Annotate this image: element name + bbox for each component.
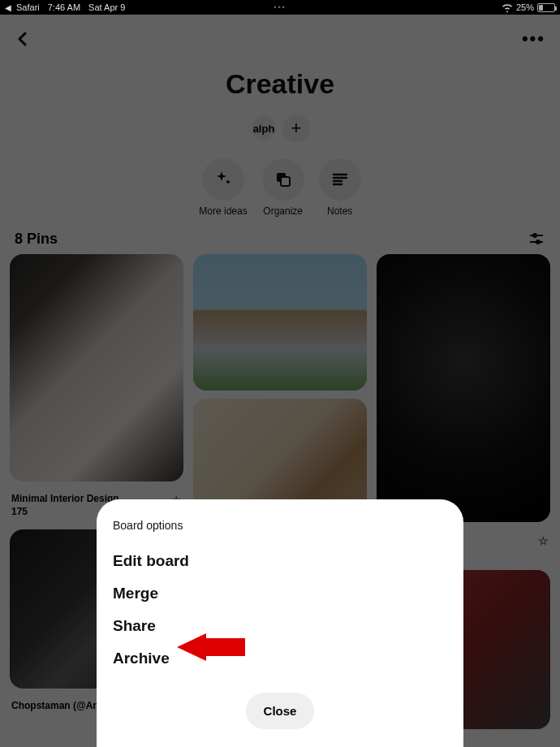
close-button[interactable]: Close — [246, 693, 315, 729]
edit-board-option[interactable]: Edit board — [110, 545, 450, 577]
ios-status-bar: ◀ Safari 7:46 AM Sat Apr 9 ••• 25% — [0, 0, 560, 15]
board-options-sheet: Board options Edit board Merge Share Arc… — [97, 499, 463, 747]
status-date: Sat Apr 9 — [88, 2, 125, 12]
share-option[interactable]: Share — [110, 610, 450, 642]
merge-option[interactable]: Merge — [110, 577, 450, 610]
sheet-heading: Board options — [110, 516, 450, 545]
battery-icon — [537, 3, 555, 12]
back-to-app-label[interactable]: Safari — [16, 2, 40, 12]
archive-option[interactable]: Archive — [110, 642, 450, 675]
app-content: ••• Creative alph + More ideas Organize — [0, 15, 560, 747]
wifi-icon — [502, 3, 513, 12]
battery-pct: 25% — [516, 2, 534, 12]
back-to-app-chevron-icon[interactable]: ◀ — [5, 3, 11, 12]
home-indicator-dots-icon: ••• — [274, 3, 286, 11]
status-time: 7:46 AM — [48, 2, 80, 12]
